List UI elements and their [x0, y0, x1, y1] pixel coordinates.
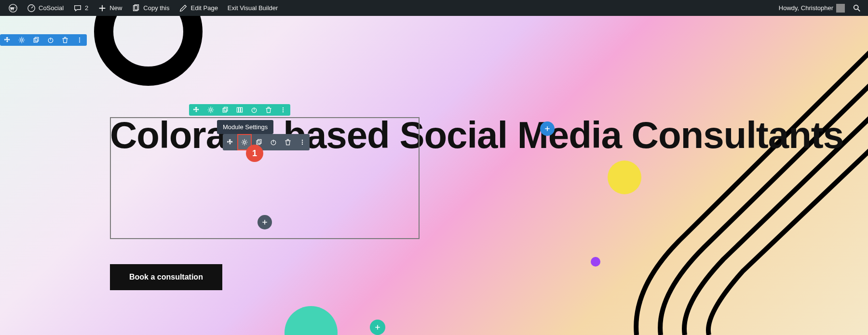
svg-point-27 — [302, 142, 303, 143]
edit-label: Edit Page — [190, 4, 217, 12]
exit-builder-link[interactable]: Exit Visual Builder — [223, 0, 283, 16]
svg-point-4 — [854, 5, 858, 9]
svg-point-5 — [21, 39, 23, 41]
plus-icon — [543, 125, 551, 133]
exit-label: Exit Visual Builder — [228, 4, 278, 12]
svg-rect-23 — [257, 141, 260, 145]
pencil-icon — [179, 4, 188, 13]
plus-icon — [374, 323, 381, 331]
module-power-button[interactable] — [266, 134, 281, 150]
howdy-user[interactable]: Howdy, Christopher — [774, 0, 850, 16]
section-power-button[interactable] — [43, 34, 58, 46]
admin-search-button[interactable] — [850, 0, 864, 16]
svg-point-12 — [210, 109, 212, 111]
cta-button[interactable]: Book a consultation — [110, 264, 222, 290]
add-module-button[interactable] — [258, 215, 272, 229]
svg-rect-15 — [237, 107, 238, 112]
admin-bar-left: CoSocial 2 New Copy this Edit Page — [4, 0, 283, 16]
annotation-badge-1: 1 — [246, 145, 263, 162]
column-duplicate-button[interactable] — [218, 104, 232, 116]
search-icon — [853, 4, 861, 13]
column-layout-button[interactable] — [232, 104, 247, 116]
site-name-link[interactable]: CoSocial — [22, 0, 68, 16]
svg-rect-14 — [224, 107, 228, 111]
section-toolbar — [0, 34, 87, 46]
add-section-button[interactable] — [540, 121, 555, 136]
svg-point-10 — [79, 40, 80, 40]
copy-icon — [132, 4, 140, 13]
new-label: New — [109, 4, 122, 12]
svg-rect-7 — [35, 37, 39, 41]
svg-rect-16 — [239, 107, 240, 112]
svg-rect-6 — [34, 39, 37, 42]
svg-point-22 — [244, 141, 246, 144]
dashboard-icon — [27, 4, 36, 13]
section-more-button[interactable] — [72, 34, 87, 46]
column-settings-button[interactable] — [203, 104, 218, 116]
column-toolbar — [189, 104, 290, 116]
wp-logo[interactable] — [4, 0, 22, 16]
section-settings-button[interactable] — [14, 34, 29, 46]
column-power-button[interactable] — [247, 104, 261, 116]
howdy-label: Howdy, Christopher — [779, 4, 833, 12]
module-more-button[interactable] — [295, 134, 310, 150]
svg-point-9 — [79, 38, 80, 39]
svg-point-28 — [302, 144, 303, 145]
comment-icon — [73, 4, 82, 13]
admin-bar-right: Howdy, Christopher — [774, 0, 864, 16]
builder-canvas: Module Settings 1 Colorado-based Social … — [0, 16, 868, 335]
svg-point-19 — [283, 107, 284, 108]
module-move-button[interactable] — [223, 134, 237, 150]
copy-this-link[interactable]: Copy this — [127, 0, 174, 16]
svg-rect-24 — [258, 139, 261, 143]
decorative-yellow-circle — [608, 161, 641, 194]
comments-link[interactable]: 2 — [68, 0, 93, 16]
decorative-ring — [94, 16, 203, 86]
column-move-button[interactable] — [189, 104, 203, 116]
svg-point-21 — [283, 111, 284, 112]
svg-rect-13 — [223, 108, 226, 112]
svg-point-11 — [79, 41, 80, 42]
wordpress-icon — [9, 4, 17, 13]
copy-label: Copy this — [143, 4, 169, 12]
decorative-teal-circle — [285, 306, 338, 335]
module-toolbar — [223, 134, 310, 150]
edit-page-link[interactable]: Edit Page — [174, 0, 222, 16]
wp-admin-bar: CoSocial 2 New Copy this Edit Page — [0, 0, 868, 16]
decorative-diagonal-lines — [434, 16, 868, 335]
section-duplicate-button[interactable] — [29, 34, 43, 46]
module-delete-button[interactable] — [281, 134, 295, 150]
avatar — [836, 4, 845, 13]
svg-rect-17 — [241, 107, 242, 112]
column-delete-button[interactable] — [261, 104, 276, 116]
svg-point-20 — [283, 109, 284, 110]
add-row-button[interactable] — [370, 320, 385, 335]
comments-count: 2 — [85, 4, 88, 12]
plus-icon — [98, 4, 107, 13]
column-more-button[interactable] — [276, 104, 290, 116]
section-delete-button[interactable] — [58, 34, 72, 46]
tooltip: Module Settings — [217, 120, 273, 134]
site-name-label: CoSocial — [39, 4, 64, 12]
svg-point-26 — [302, 140, 303, 141]
plus-icon — [261, 218, 269, 226]
section-move-button[interactable] — [0, 34, 14, 46]
new-content-link[interactable]: New — [93, 0, 127, 16]
decorative-purple-dot — [591, 257, 600, 267]
